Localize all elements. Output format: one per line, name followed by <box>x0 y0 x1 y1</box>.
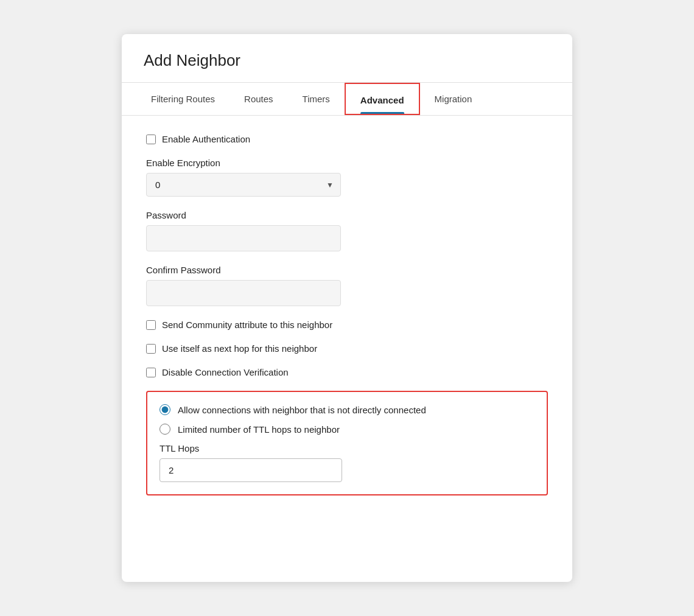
radio-allow-not-directly-connected-row: Allow connections with neighbor that is … <box>159 404 535 415</box>
enable-encryption-select-wrapper: 0 1 2 3 ▼ <box>146 173 341 197</box>
enable-encryption-select[interactable]: 0 1 2 3 <box>146 173 341 197</box>
add-neighbor-dialog: Add Neighbor Filtering Routes Routes Tim… <box>122 34 572 582</box>
send-community-row: Send Community attribute to this neighbo… <box>146 320 548 330</box>
enable-encryption-group: Enable Encryption 0 1 2 3 ▼ <box>146 158 548 197</box>
use-itself-next-hop-checkbox[interactable] <box>146 344 156 354</box>
radio-limited-ttl-hops-label: Limited number of TTL hops to neighbor <box>178 424 340 435</box>
tab-timers[interactable]: Timers <box>288 83 345 115</box>
confirm-password-input[interactable] <box>146 280 341 306</box>
tab-routes[interactable]: Routes <box>230 83 288 115</box>
tab-bar: Filtering Routes Routes Timers Advanced … <box>122 83 572 116</box>
enable-authentication-row: Enable Authentication <box>146 134 548 144</box>
disable-connection-verification-checkbox[interactable] <box>146 368 156 377</box>
radio-limited-ttl-hops-row: Limited number of TTL hops to neighbor <box>159 424 535 435</box>
ttl-hops-label: TTL Hops <box>159 443 535 453</box>
disable-connection-verification-label: Disable Connection Verification <box>162 367 289 377</box>
tab-advanced[interactable]: Advanced <box>345 83 420 115</box>
use-itself-next-hop-label: Use itself as next hop for this neighbor <box>162 343 317 354</box>
tab-content-advanced: Enable Authentication Enable Encryption … <box>122 116 572 514</box>
ttl-hops-input[interactable] <box>159 458 342 482</box>
use-itself-next-hop-row: Use itself as next hop for this neighbor <box>146 343 548 354</box>
radio-allow-not-directly-connected-label: Allow connections with neighbor that is … <box>178 405 426 415</box>
enable-encryption-label: Enable Encryption <box>146 158 548 168</box>
send-community-checkbox[interactable] <box>146 320 156 330</box>
password-input[interactable] <box>146 225 341 251</box>
connection-type-box: Allow connections with neighbor that is … <box>146 391 548 495</box>
enable-authentication-label: Enable Authentication <box>162 134 250 144</box>
confirm-password-group: Confirm Password <box>146 265 548 306</box>
disable-connection-verification-row: Disable Connection Verification <box>146 367 548 377</box>
send-community-label: Send Community attribute to this neighbo… <box>162 320 332 330</box>
radio-allow-not-directly-connected[interactable] <box>159 404 170 415</box>
password-label: Password <box>146 210 548 220</box>
tab-migration[interactable]: Migration <box>420 83 487 115</box>
confirm-password-label: Confirm Password <box>146 265 548 275</box>
tab-filtering-routes[interactable]: Filtering Routes <box>136 83 230 115</box>
enable-authentication-checkbox[interactable] <box>146 135 156 144</box>
dialog-title: Add Neighbor <box>122 34 572 83</box>
radio-limited-ttl-hops[interactable] <box>159 424 170 435</box>
password-group: Password <box>146 210 548 251</box>
